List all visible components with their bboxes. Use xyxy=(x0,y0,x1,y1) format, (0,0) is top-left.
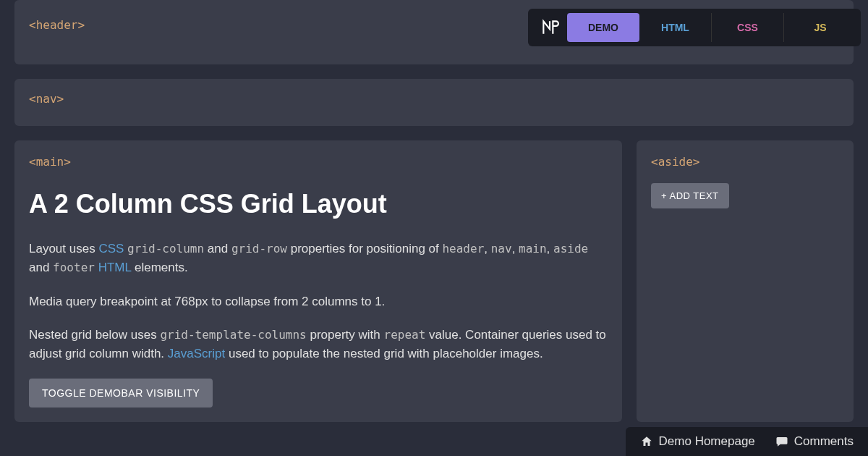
aside-block: <aside> + ADD TEXT xyxy=(637,140,854,422)
code-aside: aside xyxy=(553,242,588,256)
main-tag-label: <main> xyxy=(29,155,71,169)
bottom-bar: Demo Homepage Comments xyxy=(626,427,868,456)
main-aside-row: <main> A 2 Column CSS Grid Layout Layout… xyxy=(14,140,854,422)
demo-homepage-link[interactable]: Demo Homepage xyxy=(640,434,755,449)
paragraph-1: Layout uses CSS grid-column and grid-row… xyxy=(29,240,608,278)
tab-demo[interactable]: DEMO xyxy=(567,13,639,42)
demo-homepage-label: Demo Homepage xyxy=(659,434,755,449)
code-grid-template-columns: grid-template-columns xyxy=(160,328,306,342)
text-span: property with xyxy=(307,328,384,342)
aside-tag-label: <aside> xyxy=(651,155,699,169)
javascript-link[interactable]: JavaScript xyxy=(168,347,225,360)
nav-tag-label: <nav> xyxy=(29,92,64,106)
text-span: used to populate the nested grid with pl… xyxy=(225,347,542,360)
tab-css[interactable]: CSS xyxy=(712,13,784,42)
text-span: and xyxy=(204,242,231,256)
demobar-logo-icon[interactable] xyxy=(532,18,567,37)
code-grid-row: grid-row xyxy=(231,242,287,256)
home-icon xyxy=(640,435,653,448)
paragraph-2: Media query breakpoint at 768px to colla… xyxy=(29,292,608,311)
comments-link[interactable]: Comments xyxy=(775,434,854,449)
text-span: , xyxy=(484,242,490,256)
code-repeat: repeat xyxy=(384,328,426,342)
comments-icon xyxy=(775,435,788,448)
text-span: , xyxy=(547,242,553,256)
comments-label: Comments xyxy=(794,434,854,449)
demobar: DEMO HTML CSS JS xyxy=(528,9,861,46)
css-link[interactable]: CSS xyxy=(98,242,124,256)
code-main: main xyxy=(519,242,547,256)
add-text-button[interactable]: + ADD TEXT xyxy=(651,183,729,208)
code-header: header xyxy=(442,242,484,256)
code-grid-column: grid-column xyxy=(127,242,204,256)
code-footer: footer xyxy=(53,261,95,274)
text-span: Nested grid below uses xyxy=(29,328,160,342)
tab-html[interactable]: HTML xyxy=(639,13,712,42)
text-span: Layout uses xyxy=(29,242,98,256)
text-span: elements. xyxy=(131,261,187,274)
tab-js[interactable]: JS xyxy=(784,13,856,42)
demobar-tabs: DEMO HTML CSS JS xyxy=(567,13,856,42)
html-link[interactable]: HTML xyxy=(98,261,132,274)
page-grid: <header> <nav> <main> A 2 Column CSS Gri… xyxy=(0,0,868,422)
code-nav: nav xyxy=(491,242,512,256)
toggle-demobar-button[interactable]: TOGGLE DEMOBAR VISIBILITY xyxy=(29,379,213,408)
text-span: and xyxy=(29,261,53,274)
text-span: , xyxy=(512,242,519,256)
text-span: properties for positioning of xyxy=(287,242,443,256)
header-tag-label: <header> xyxy=(29,18,85,32)
nav-block: <nav> xyxy=(14,79,854,126)
main-block: <main> A 2 Column CSS Grid Layout Layout… xyxy=(14,140,622,422)
paragraph-3: Nested grid below uses grid-template-col… xyxy=(29,326,608,364)
page-title: A 2 Column CSS Grid Layout xyxy=(29,189,608,219)
